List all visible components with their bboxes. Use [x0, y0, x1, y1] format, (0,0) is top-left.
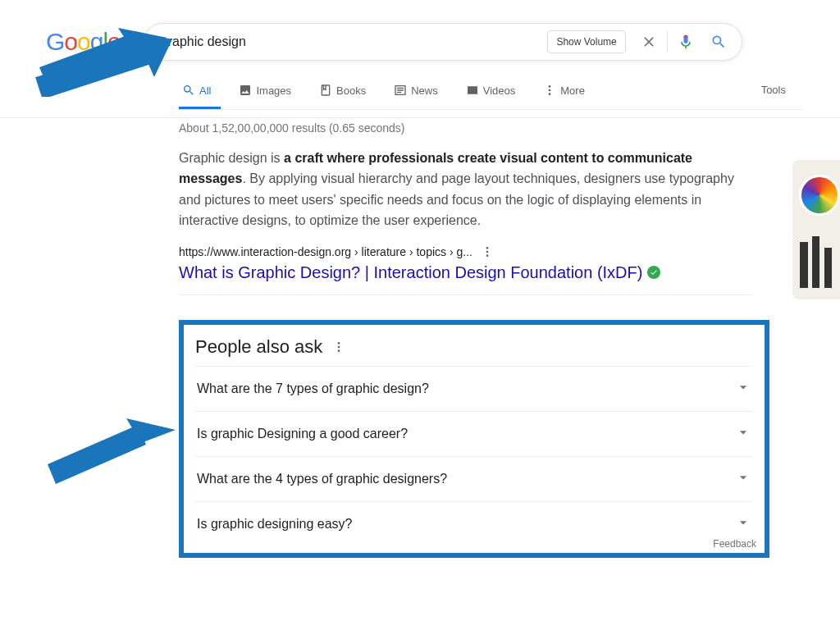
paa-question[interactable]: What are the 7 types of graphic design?	[195, 366, 753, 411]
paa-question-text: Is graphic designing easy?	[197, 517, 352, 532]
paa-question-text: Is graphic Designing a good career?	[197, 427, 408, 441]
tab-books[interactable]: Books	[316, 77, 376, 109]
header: Google Show Volume	[0, 0, 840, 61]
search-tabs: All Images Books News Videos More Tools	[179, 77, 802, 110]
tab-label: Books	[336, 84, 366, 97]
featured-snippet: Graphic design is a craft where professi…	[179, 148, 745, 231]
more-vertical-icon	[543, 84, 556, 97]
svg-point-4	[486, 251, 489, 253]
svg-point-2	[549, 93, 551, 95]
book-icon	[319, 84, 332, 97]
chevron-down-icon	[735, 469, 751, 489]
results-area: About 1,52,00,00,000 results (0.65 secon…	[179, 110, 753, 558]
news-icon	[394, 84, 407, 97]
tab-label: More	[560, 84, 585, 97]
search-icon	[710, 34, 727, 50]
more-vertical-icon[interactable]	[332, 340, 345, 354]
paa-question[interactable]: Is graphic Designing a good career?	[195, 411, 753, 456]
logo-letter: e	[107, 28, 121, 55]
people-also-ask-box: People also ask What are the 7 types of …	[179, 320, 769, 558]
logo-letter: o	[77, 28, 90, 55]
chevron-down-icon	[735, 424, 751, 444]
tab-label: Images	[256, 84, 291, 97]
divider	[179, 294, 753, 295]
feedback-link[interactable]: Feedback	[713, 538, 756, 550]
logo-letter: g	[90, 28, 103, 55]
search-input[interactable]	[161, 34, 548, 49]
result-link[interactable]: What is Graphic Design? | Interaction De…	[179, 262, 642, 283]
search-icon	[182, 84, 195, 97]
microphone-icon	[678, 34, 694, 50]
tab-news[interactable]: News	[390, 77, 448, 109]
snippet-lead: Graphic design is	[179, 151, 284, 165]
tab-more[interactable]: More	[540, 77, 595, 109]
show-volume-button[interactable]: Show Volume	[547, 30, 625, 53]
separator	[667, 31, 668, 52]
video-icon	[466, 84, 479, 97]
svg-point-6	[338, 342, 340, 345]
tab-all[interactable]: All	[179, 77, 221, 109]
tab-label: News	[411, 84, 438, 97]
snippet-rest: . By applying visual hierarchy and page …	[179, 171, 734, 227]
svg-marker-16	[48, 425, 146, 484]
svg-point-7	[338, 346, 340, 349]
result-stats: About 1,52,00,00,000 results (0.65 secon…	[179, 121, 753, 135]
knowledge-panel-image[interactable]	[792, 160, 840, 299]
annotation-arrow-bottom	[33, 418, 180, 492]
close-icon	[641, 34, 657, 50]
paa-question-text: What are the 7 types of graphic design?	[197, 381, 429, 396]
tab-label: Videos	[483, 84, 516, 97]
logo-letter: G	[46, 28, 64, 55]
result-cite: https://www.interaction-design.org › lit…	[179, 245, 753, 258]
svg-point-3	[486, 247, 489, 249]
google-logo[interactable]: Google	[46, 28, 121, 56]
clear-search-button[interactable]	[632, 25, 665, 58]
chevron-down-icon	[735, 379, 751, 399]
paa-heading: People also ask	[195, 336, 753, 366]
chevron-down-icon	[735, 514, 751, 534]
result-title: What is Graphic Design? | Interaction De…	[179, 262, 753, 283]
tab-videos[interactable]: Videos	[463, 77, 526, 109]
verified-badge-icon	[647, 266, 660, 279]
svg-marker-15	[126, 418, 176, 443]
voice-search-button[interactable]	[669, 25, 702, 58]
svg-point-1	[549, 89, 551, 92]
image-icon	[239, 84, 252, 97]
tab-label: All	[199, 84, 211, 97]
paa-question[interactable]: Is graphic designing easy?	[195, 501, 753, 546]
logo-letter: o	[64, 28, 77, 55]
svg-point-0	[549, 85, 551, 88]
tab-images[interactable]: Images	[235, 77, 301, 109]
cite-text: https://www.interaction-design.org › lit…	[179, 245, 472, 258]
search-button[interactable]	[702, 25, 735, 58]
paa-heading-text: People also ask	[195, 336, 322, 358]
svg-point-5	[486, 254, 489, 257]
paa-question[interactable]: What are the 4 types of graphic designer…	[195, 456, 753, 501]
paa-question-text: What are the 4 types of graphic designer…	[197, 472, 447, 486]
svg-point-8	[338, 349, 340, 352]
more-vertical-icon[interactable]	[481, 245, 494, 258]
tools-button[interactable]: Tools	[761, 84, 786, 96]
search-bar: Show Volume	[144, 23, 742, 61]
